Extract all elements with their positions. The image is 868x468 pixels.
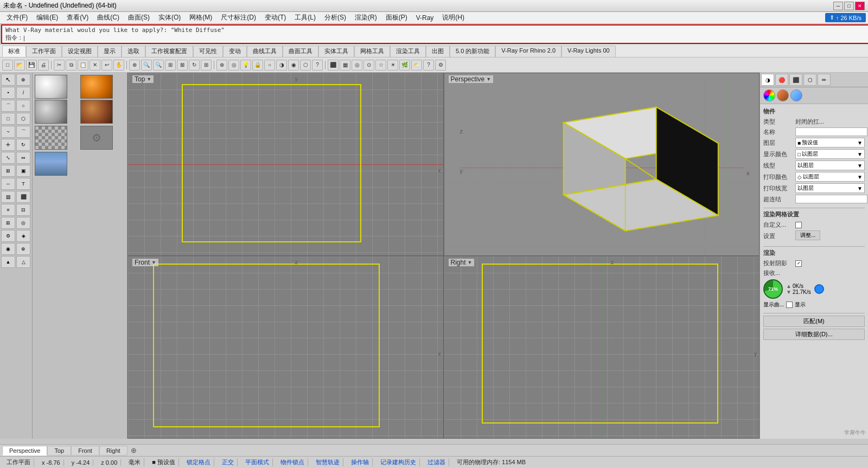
lt-rotate[interactable]: ↻ [16, 139, 30, 151]
tab-vray-lights[interactable]: V-Ray Lights 00 [561, 46, 616, 57]
menu-vray[interactable]: V-Ray [412, 13, 438, 23]
btab-right[interactable]: Right [99, 446, 127, 456]
menu-file[interactable]: 文件(F) [2, 12, 32, 23]
adjust-button[interactable]: 调整... [795, 230, 820, 240]
lt-spline[interactable]: ~ [1, 126, 15, 138]
menu-mesh[interactable]: 网格(M) [185, 12, 216, 23]
tb-env[interactable]: ⬡ [300, 60, 311, 70]
status-ortho[interactable]: 正交 [219, 458, 238, 466]
tb-extra3[interactable]: ◎ [352, 60, 362, 70]
lt-tools1[interactable]: ⚙ [1, 230, 15, 242]
rp-tab-props[interactable]: ◑ [761, 74, 774, 86]
tb-copy[interactable]: ⧉ [66, 60, 76, 70]
tb-zoom-win[interactable]: ⊠ [177, 60, 188, 70]
tb-extra10[interactable]: ⚙ [435, 60, 446, 70]
menu-curve[interactable]: 曲线(C) [93, 12, 124, 23]
status-smarttrack[interactable]: 智慧轨迹 [312, 458, 343, 466]
tab-output[interactable]: 出图 [426, 46, 450, 57]
lt-hatch[interactable]: ▨ [1, 191, 15, 203]
lt-grid2[interactable]: ⊞ [1, 217, 15, 229]
menu-solid[interactable]: 实体(O) [154, 12, 185, 23]
lt-select2[interactable]: ⊕ [16, 74, 30, 86]
tb-extra6[interactable]: ☀ [387, 60, 398, 70]
btab-add[interactable]: ⊕ [127, 445, 140, 456]
lt-block[interactable]: ⬛ [16, 191, 30, 203]
lt-text[interactable]: T [16, 178, 30, 190]
tab-display[interactable]: 显示 [98, 46, 122, 57]
tb-material[interactable]: ◑ [276, 60, 287, 70]
tab-mesh-tools[interactable]: 网格工具 [354, 46, 390, 57]
tb-extra5[interactable]: ☆ [375, 60, 386, 70]
btab-front[interactable]: Front [71, 446, 99, 456]
tb-zoom-all[interactable]: ⊞ [165, 60, 176, 70]
tb-cut[interactable]: ✂ [54, 60, 65, 70]
tb-select[interactable]: ⊕ [129, 60, 140, 70]
tb-rotate[interactable]: ↻ [189, 60, 200, 70]
color-cool[interactable] [790, 89, 802, 101]
lt-fillet[interactable]: ⌒ [16, 126, 30, 138]
lt-dim[interactable]: ↔ [1, 178, 15, 190]
linetype-dropdown[interactable]: 以图层 ▼ [795, 161, 865, 170]
lt-scale[interactable]: ⤡ [1, 152, 15, 164]
tab-viewport-config[interactable]: 工作视窗配置 [145, 46, 193, 57]
lt-group[interactable]: ▣ [16, 165, 30, 177]
lt-layer[interactable]: ≡ [1, 204, 15, 216]
lt-fill2[interactable]: △ [16, 256, 30, 268]
tab-surface-tools[interactable]: 曲面工具 [283, 46, 318, 57]
tb-extra2[interactable]: ▦ [340, 60, 350, 70]
color-warm[interactable] [777, 89, 789, 101]
lt-tools2[interactable]: ◈ [16, 230, 30, 242]
viewport-top-dropdown[interactable]: ▼ [146, 76, 151, 82]
lt-array[interactable]: ⊞ [1, 165, 15, 177]
viewport-top-label[interactable]: Top ▼ [132, 75, 154, 83]
tb-zoom-in[interactable]: 🔍 [141, 60, 152, 70]
tb-grid[interactable]: ⊞ [201, 60, 212, 70]
menu-help[interactable]: 说明(H) [438, 12, 469, 23]
lt-tools3[interactable]: ◉ [1, 243, 15, 255]
tab-workplane[interactable]: 工作平面 [26, 46, 62, 57]
maximize-button[interactable]: □ [844, 2, 854, 10]
lt-tools4[interactable]: ⊕ [16, 243, 30, 255]
menu-dim[interactable]: 尺寸标注(D) [216, 12, 260, 23]
viewport-front[interactable]: z x Front ▼ [127, 256, 444, 439]
material-mountain[interactable] [35, 152, 67, 176]
lt-mirror[interactable]: ⇔ [16, 152, 30, 164]
lt-select[interactable]: ↖ [1, 74, 15, 86]
lt-poly[interactable]: ⬡ [16, 113, 30, 125]
material-orange[interactable] [80, 75, 113, 99]
minimize-button[interactable]: ─ [833, 2, 843, 10]
tb-render-btn[interactable]: ◉ [288, 60, 299, 70]
viewport-front-label[interactable]: Front ▼ [132, 259, 158, 266]
status-planar[interactable]: 平面模式 [242, 458, 273, 466]
tb-undo[interactable]: ↩ [101, 60, 112, 70]
tb-save[interactable]: 💾 [26, 60, 37, 70]
rp-tab-notes[interactable]: ✏ [818, 74, 831, 86]
tb-new[interactable]: □ [2, 60, 13, 70]
lt-arc[interactable]: ⌒ [1, 100, 15, 112]
hyperlink-input[interactable] [795, 195, 867, 203]
tb-paste[interactable]: 📋 [78, 60, 88, 70]
tb-extra9[interactable]: ? [423, 60, 434, 70]
tb-extra1[interactable]: ⬛ [328, 60, 339, 70]
tb-sphere[interactable]: ○ [264, 60, 275, 70]
tb-open[interactable]: 📂 [14, 60, 25, 70]
viewport-top[interactable]: y x Top ▼ [127, 73, 444, 256]
tb-snap[interactable]: ⊕ [216, 60, 227, 70]
menu-tools[interactable]: 工具(L) [290, 12, 320, 23]
menu-analysis[interactable]: 分析(S) [320, 12, 350, 23]
viewport-right-dropdown[interactable]: ▼ [468, 260, 473, 265]
status-snap[interactable]: 锁定格点 [183, 458, 214, 466]
menu-view[interactable]: 查看(V) [62, 12, 93, 23]
rp-tab-layer[interactable]: ⬛ [789, 74, 802, 86]
status-gumball[interactable]: 操作轴 [348, 458, 373, 466]
viewport-front-dropdown[interactable]: ▼ [151, 260, 156, 265]
menu-surface[interactable]: 曲面(S) [124, 12, 154, 23]
status-filter[interactable]: 过滤器 [424, 458, 449, 466]
display-checkbox[interactable] [786, 302, 793, 308]
tb-osnap[interactable]: ◎ [228, 60, 239, 70]
lt-prop[interactable]: ⊟ [16, 204, 30, 216]
status-osnap[interactable]: 物件锁点 [277, 458, 308, 466]
tb-pan[interactable]: ✋ [113, 60, 124, 70]
close-button[interactable]: ✕ [855, 2, 865, 10]
name-input[interactable] [795, 127, 867, 136]
